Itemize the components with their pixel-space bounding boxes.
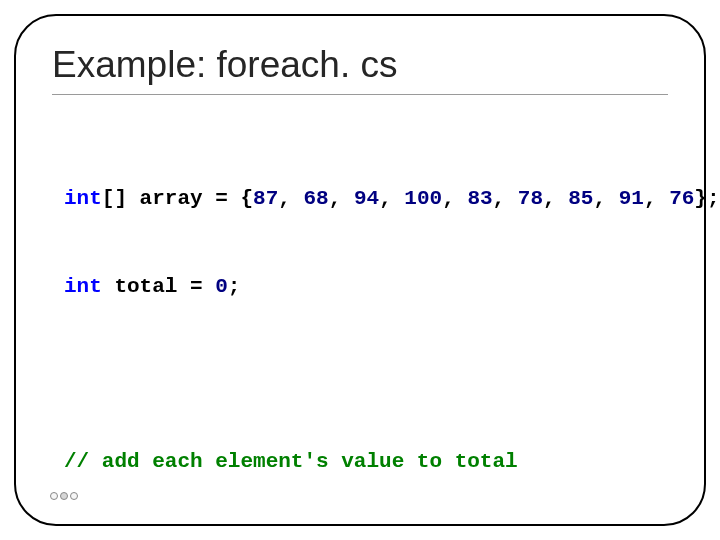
- code-line-2: int total = 0;: [64, 272, 668, 301]
- code-text: [] array = {: [102, 187, 253, 210]
- literal: 83: [467, 187, 492, 210]
- blank-line: [64, 360, 668, 388]
- code-text: ;: [228, 275, 241, 298]
- keyword-int: int: [64, 275, 102, 298]
- literal: 91: [619, 187, 644, 210]
- code-text: total =: [102, 275, 215, 298]
- code-comment: // add each element's value to total: [64, 447, 668, 476]
- keyword-int: int: [64, 187, 102, 210]
- code-text: };: [694, 187, 719, 210]
- code-text: ,: [442, 187, 467, 210]
- slide-nav-dots: [50, 492, 78, 500]
- code-text: ,: [593, 187, 618, 210]
- code-text: ,: [329, 187, 354, 210]
- title-underline: [52, 94, 668, 95]
- literal: 94: [354, 187, 379, 210]
- literal: 100: [404, 187, 442, 210]
- code-block: int[] array = {87, 68, 94, 100, 83, 78, …: [52, 125, 668, 540]
- code-text: ,: [278, 187, 303, 210]
- code-text: ,: [644, 187, 669, 210]
- literal: 0: [215, 275, 228, 298]
- literal: 76: [669, 187, 694, 210]
- code-text: ,: [543, 187, 568, 210]
- literal: 87: [253, 187, 278, 210]
- nav-dot-icon: [60, 492, 68, 500]
- slide-title: Example: foreach. cs: [52, 44, 668, 86]
- code-line-1: int[] array = {87, 68, 94, 100, 83, 78, …: [64, 184, 668, 213]
- literal: 68: [303, 187, 328, 210]
- literal: 78: [518, 187, 543, 210]
- slide-frame: Example: foreach. cs int[] array = {87, …: [14, 14, 706, 526]
- nav-dot-icon: [50, 492, 58, 500]
- nav-dot-icon: [70, 492, 78, 500]
- code-line-4: foreach ( int number in array ): [64, 535, 668, 540]
- code-text: ,: [493, 187, 518, 210]
- literal: 85: [568, 187, 593, 210]
- code-text: ,: [379, 187, 404, 210]
